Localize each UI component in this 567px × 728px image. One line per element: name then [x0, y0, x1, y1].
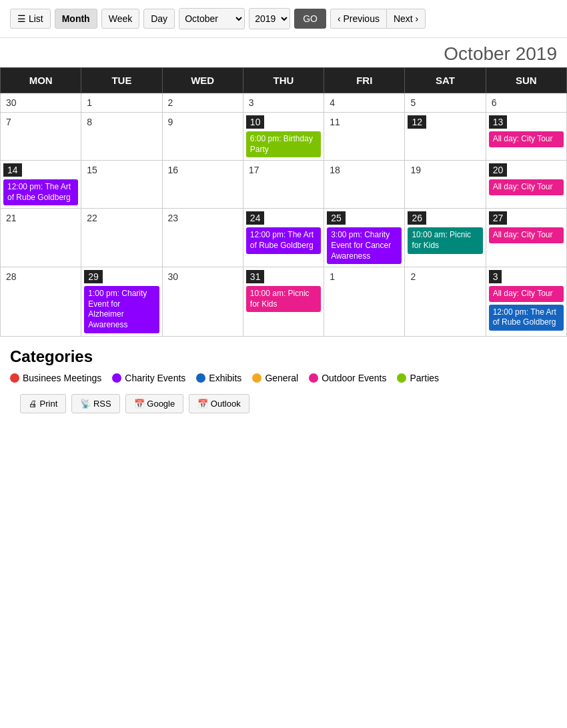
category-exhibits[interactable]: Exhibits	[196, 373, 241, 383]
event-rube-goldberg-24[interactable]: 12:00 pm: The Art of Rube Goldberg	[246, 227, 321, 253]
day-cell-31: 31 10:00 am: Picnic for Kids	[243, 267, 324, 336]
event-charity-cancer[interactable]: 3:00 pm: Charity Event for Cancer Awaren…	[327, 227, 402, 264]
event-city-tour-13[interactable]: All day: City Tour	[489, 131, 564, 147]
day-number: 15	[84, 163, 100, 177]
day-cell-3nov: 3 All day: City Tour 12:00 pm: The Art o…	[486, 267, 566, 336]
day-cell-1nov: 1	[324, 267, 405, 336]
category-label: Businees Meetings	[23, 373, 101, 383]
header-sat: SAT	[405, 68, 486, 93]
day-number: 30	[165, 270, 181, 283]
category-business-meetings[interactable]: Businees Meetings	[10, 373, 101, 383]
day-number: 10	[246, 115, 265, 129]
day-number: 6	[489, 96, 500, 109]
header-thu: THU	[243, 68, 324, 93]
categories-list: Businees Meetings Charity Events Exhibit…	[10, 373, 557, 383]
print-button[interactable]: 🖨 Print	[20, 394, 66, 413]
event-birthday-party[interactable]: 6:00 pm: Birthday Party	[246, 131, 321, 157]
day-number: 22	[84, 211, 100, 225]
category-dot	[252, 373, 261, 383]
category-dot	[10, 373, 19, 383]
year-select[interactable]: 20172018 201920202021	[249, 8, 290, 29]
day-cell-6: 6	[486, 93, 566, 113]
day-cell-1: 1	[81, 93, 162, 113]
day-number: 7	[3, 115, 14, 129]
day-cell-10: 10 6:00 pm: Birthday Party	[243, 113, 324, 161]
day-number: 3	[489, 270, 502, 283]
day-cell-29: 29 1:00 pm: Charity Event for Alzheimer …	[81, 267, 162, 336]
day-cell-19: 19	[405, 161, 486, 209]
category-outdoor-events[interactable]: Outdoor Events	[309, 373, 386, 383]
day-cell-20: 20 All day: City Tour	[486, 161, 566, 209]
day-cell-30: 30	[162, 267, 243, 336]
day-number: 21	[3, 211, 19, 225]
event-picnic-31[interactable]: 10:00 am: Picnic for Kids	[246, 286, 321, 312]
go-button[interactable]: GO	[294, 9, 326, 29]
category-label: Outdoor Events	[322, 373, 386, 383]
day-number: 1	[84, 96, 95, 109]
header-fri: FRI	[324, 68, 405, 93]
day-cell-25: 25 3:00 pm: Charity Event for Cancer Awa…	[324, 209, 405, 267]
day-view-button[interactable]: Day	[143, 9, 175, 29]
outlook-button[interactable]: 📅 Outlook	[189, 394, 249, 413]
table-row: 7 8 9 10 6:00 pm: Birthday Party 11 12 1	[1, 113, 567, 161]
category-charity-events[interactable]: Charity Events	[112, 373, 185, 383]
day-number: 2	[165, 96, 176, 109]
category-dot	[112, 373, 121, 383]
previous-button[interactable]: ‹ Previous	[330, 9, 386, 29]
list-view-button[interactable]: ☰ List	[10, 9, 51, 29]
day-number: 1	[327, 270, 338, 283]
event-picnic-26[interactable]: 10:00 am: Picnic for Kids	[408, 227, 482, 253]
day-cell-3: 3	[243, 93, 324, 113]
event-charity-alzheimer[interactable]: 1:00 pm: Charity Event for Alzheimer Awa…	[84, 286, 159, 333]
table-row: 14 12:00 pm: The Art of Rube Goldberg 15…	[1, 161, 567, 209]
table-row: 30 1 2 3 4 5 6	[1, 93, 567, 113]
category-general[interactable]: General	[252, 373, 298, 383]
day-number: 2	[408, 270, 418, 283]
month-view-button[interactable]: Month	[55, 9, 97, 29]
category-label: General	[265, 373, 298, 383]
day-cell-12: 12	[405, 113, 486, 161]
event-city-tour-27[interactable]: All day: City Tour	[489, 227, 564, 243]
day-number: 3	[246, 96, 257, 109]
category-label: Charity Events	[125, 373, 185, 383]
day-number: 30	[3, 96, 19, 109]
month-select[interactable]: JanuaryFebruaryMarch AprilMayJune JulyAu…	[179, 8, 245, 29]
day-number: 16	[165, 163, 181, 177]
event-rube-goldberg-14[interactable]: 12:00 pm: The Art of Rube Goldberg	[3, 179, 78, 205]
event-rube-goldberg-3nov[interactable]: 12:00 pm: The Art of Rube Goldberg	[489, 305, 564, 331]
day-cell-8: 8	[81, 113, 162, 161]
day-number: 26	[408, 211, 426, 225]
nav-group: ‹ Previous Next ›	[330, 9, 426, 29]
calendar-header-row: MON TUE WED THU FRI SAT SUN	[1, 68, 567, 93]
rss-button[interactable]: 📡 RSS	[71, 394, 119, 413]
day-number: 27	[489, 211, 508, 225]
google-button[interactable]: 📅 Google	[125, 394, 184, 413]
category-parties[interactable]: Parties	[397, 373, 439, 383]
calendar-table: MON TUE WED THU FRI SAT SUN 30 1 2 3 4	[0, 67, 567, 337]
day-cell-16: 16	[162, 161, 243, 209]
header-wed: WED	[162, 68, 243, 93]
category-dot	[196, 373, 205, 383]
header-mon: MON	[1, 68, 81, 93]
day-cell-18: 18	[324, 161, 405, 209]
day-cell-11: 11	[324, 113, 405, 161]
day-number: 25	[327, 211, 346, 225]
list-icon: ☰	[17, 13, 26, 24]
day-cell-24: 24 12:00 pm: The Art of Rube Goldberg	[243, 209, 324, 267]
event-city-tour-3nov[interactable]: All day: City Tour	[489, 286, 564, 302]
next-button[interactable]: Next ›	[386, 9, 426, 29]
footer-buttons: 🖨 Print 📡 RSS 📅 Google 📅 Outlook	[10, 391, 557, 424]
day-cell-22: 22	[81, 209, 162, 267]
week-view-button[interactable]: Week	[101, 9, 140, 29]
day-cell-4: 4	[324, 93, 405, 113]
day-cell-2nov: 2	[405, 267, 486, 336]
day-number: 14	[3, 163, 22, 177]
day-cell-26: 26 10:00 am: Picnic for Kids	[405, 209, 486, 267]
day-cell-2: 2	[162, 93, 243, 113]
day-number: 9	[165, 115, 176, 129]
day-number: 13	[489, 115, 508, 129]
day-number: 20	[489, 163, 508, 177]
day-number: 18	[327, 163, 343, 177]
day-number: 12	[408, 115, 426, 129]
event-city-tour-20[interactable]: All day: City Tour	[489, 179, 564, 195]
